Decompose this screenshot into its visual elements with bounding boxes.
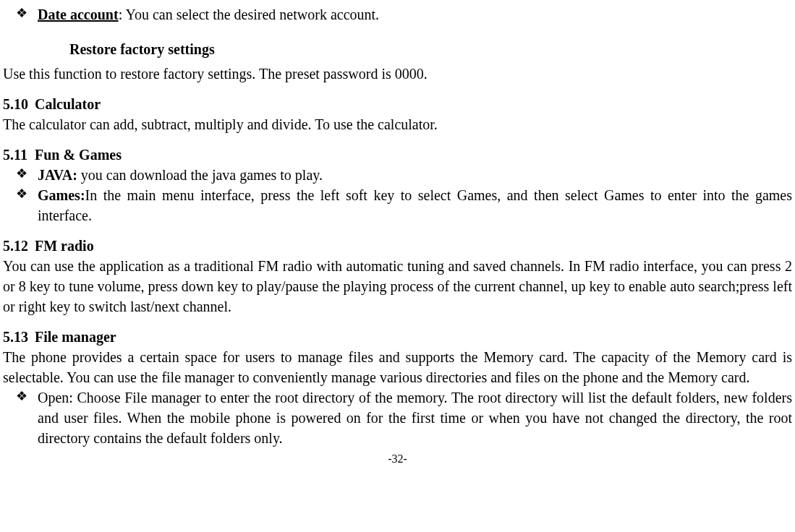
date-account-label: Date account <box>38 7 119 22</box>
bullet-java: ❖ JAVA: you can download the java games … <box>16 165 792 185</box>
bullet-date-account: ❖ Date account: You can select the desir… <box>16 4 792 25</box>
bullet-open: ❖ Open: Choose File manager to enter the… <box>16 387 792 448</box>
section-title: Fun & Games <box>35 147 122 163</box>
games-label: Games: <box>38 187 85 203</box>
diamond-bullet-icon: ❖ <box>16 165 38 185</box>
section-5-11-heading: 5.11Fun & Games <box>3 145 792 165</box>
section-5-13-text: The phone provides a certain space for u… <box>3 347 792 387</box>
bullet-content: Date account: You can select the desired… <box>38 4 792 25</box>
section-title: File manager <box>35 329 116 345</box>
section-number: 5.10 <box>3 94 35 114</box>
date-account-text: : You can select the desired network acc… <box>119 7 379 22</box>
section-5-12-heading: 5.12FM radio <box>3 236 792 256</box>
section-5-13-heading: 5.13File manager <box>3 327 792 347</box>
bullet-games: ❖ Games:In the main menu interface, pres… <box>16 185 792 226</box>
section-number: 5.13 <box>3 327 35 347</box>
diamond-bullet-icon: ❖ <box>16 4 38 25</box>
open-text: Open: Choose File manager to enter the r… <box>38 387 792 448</box>
section-title: Calculator <box>35 96 101 112</box>
bullet-content: Games:In the main menu interface, press … <box>38 185 792 226</box>
diamond-bullet-icon: ❖ <box>16 185 38 226</box>
games-text: In the main menu interface, press the le… <box>38 187 792 223</box>
restore-heading: Restore factory settings <box>69 39 792 59</box>
page-number: -32- <box>3 451 792 467</box>
restore-text: Use this function to restore factory set… <box>3 64 792 84</box>
section-number: 5.12 <box>3 236 35 256</box>
java-text: you can download the java games to play. <box>77 167 323 183</box>
section-number: 5.11 <box>3 145 35 165</box>
java-label: JAVA: <box>38 167 77 183</box>
section-5-10-heading: 5.10Calculator <box>3 94 792 114</box>
section-5-12-text: You can use the application as a traditi… <box>3 256 792 317</box>
section-title: FM radio <box>35 238 94 254</box>
bullet-content: JAVA: you can download the java games to… <box>38 165 792 185</box>
section-5-10-text: The calculator can add, subtract, multip… <box>3 114 792 134</box>
diamond-bullet-icon: ❖ <box>16 387 38 448</box>
